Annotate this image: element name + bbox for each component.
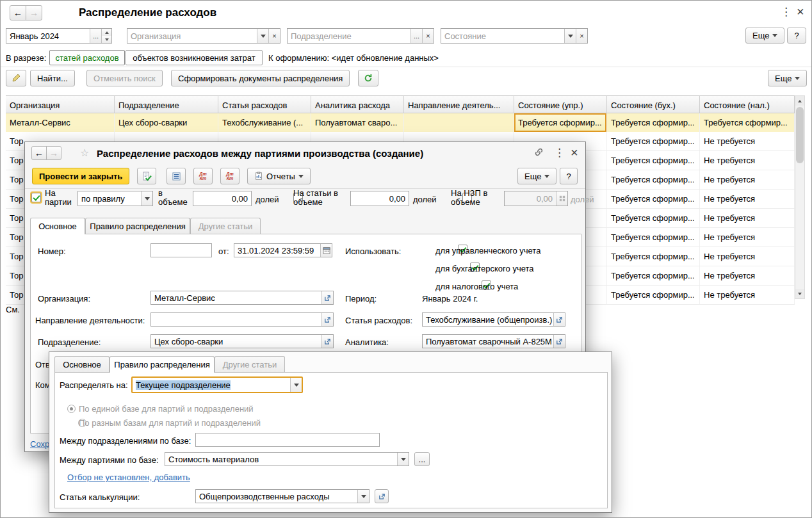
organization-open-button[interactable] [321,291,333,304]
table-cell[interactable]: Требуется сформир... [607,209,700,227]
article-field[interactable]: Техобслуживание (общепроизв.) [422,312,565,327]
dialog-more-button[interactable]: Еще [517,168,556,184]
period-spinner-down[interactable] [102,36,111,43]
table-cell[interactable]: Не требуется [700,286,795,304]
dialog-kebab-icon[interactable]: ⋮ [554,147,565,158]
table-scrollbar[interactable] [795,95,805,299]
calc-article-select[interactable]: Общепроизводственные расходы [195,489,369,503]
cell-analytics[interactable]: Полуавтомат сваро... [311,113,404,132]
department-ellipsis-button[interactable]: ... [410,29,422,43]
table-cell[interactable]: Требуется сформир... [607,266,700,285]
table-cell[interactable]: Не требуется [700,209,795,227]
dialog-back-button[interactable]: ← [31,146,47,160]
department-clear-button[interactable]: × [422,29,434,43]
analytics-open-button[interactable] [553,335,565,348]
cell-direction[interactable] [404,113,514,132]
cell-state-nal[interactable]: Требуется сформир... [700,113,795,132]
table-cell[interactable]: Требуется сформир... [607,170,700,189]
table-cell[interactable]: Не требуется [700,151,795,170]
column-header[interactable]: Состояние (бух.) [607,95,700,113]
table-cell[interactable]: Не требуется [700,170,795,189]
column-header[interactable]: Состояние (упр.) [514,95,607,113]
tab-main[interactable]: Основное [30,218,85,234]
panel-tab-other[interactable]: Другие статьи [215,356,285,372]
refresh-button[interactable] [358,70,378,86]
single-base-radio[interactable] [67,405,76,413]
cell-article[interactable]: Техобслуживание (... [218,113,311,132]
find-button[interactable]: Найти... [30,70,75,86]
filter-not-set-link[interactable]: Отбор не установлен, добавить [67,473,190,482]
tab-other[interactable]: Другие статьи [190,218,261,234]
date-input[interactable]: 31.01.2024 23:59:59 [234,243,332,257]
table-cell[interactable]: Не требуется [700,266,795,285]
direction-open-button[interactable] [321,313,333,326]
main-menu-kebab-icon[interactable]: ⋮ [781,6,792,17]
column-header[interactable]: Аналитика расхода [311,95,404,113]
state-dropdown-button[interactable] [564,29,576,43]
cell-organization[interactable]: Металл-Сервис [6,113,115,132]
table-cell[interactable]: Не требуется [700,247,795,266]
toggle-cost-objects[interactable]: объектов возникновения затрат [126,50,263,65]
shares-input-1[interactable]: 0,00 [193,191,252,206]
table-cell[interactable]: Требуется сформир... [607,132,700,150]
cancel-search-button[interactable]: Отменить поиск [86,70,163,86]
panel-tab-main[interactable]: Основное [54,356,110,372]
dialog-close-icon[interactable]: × [571,146,578,159]
state-clear-button[interactable]: × [576,29,587,43]
shares-input-3[interactable]: 0,00 [504,191,568,206]
between-parties-ellipsis-button[interactable]: ... [414,452,430,466]
period-ellipsis-button[interactable]: ... [90,29,101,43]
department-filter[interactable]: Подразделение ... × [287,28,434,44]
number-input[interactable] [150,243,212,257]
tab-rule[interactable]: Правило распределения [85,218,190,234]
table-cell[interactable]: Не требуется [700,190,795,208]
main-close-icon[interactable]: × [797,5,804,18]
edit-button[interactable] [6,70,26,86]
direction-field[interactable] [150,312,334,327]
table-cell[interactable]: Не требуется [700,228,795,247]
state-filter[interactable]: Состояние × [441,28,588,44]
dialog-forward-button[interactable]: → [46,146,61,160]
analytics-field[interactable]: Полуавтомат сварочный А-825М [422,334,565,348]
cell-department[interactable]: Цех сборо-сварки [115,113,218,132]
cell-state-upr[interactable]: Требуется сформир... [514,113,607,132]
post-document-button[interactable] [137,168,156,184]
toggle-expense-articles[interactable]: статей расходов [49,50,125,65]
period-spinner-up[interactable] [102,29,111,36]
scrollbar-thumb[interactable] [796,107,804,163]
column-header[interactable]: Подразделение [115,95,218,113]
article-open-button[interactable] [553,313,565,326]
organization-field[interactable]: Металл-Сервис [150,291,334,305]
panel-tab-rule[interactable]: Правило распределения [110,356,215,373]
period-filter[interactable]: Январь 2024 ... [6,28,112,44]
department-open-button[interactable] [321,335,333,348]
dialog-help-button[interactable]: ? [560,168,578,184]
forward-button[interactable]: → [26,5,42,20]
dt-kt-nu-button[interactable]: ДтКт [220,168,240,184]
column-header[interactable]: Направление деятель... [404,95,514,113]
shares-input-2[interactable]: 0,00 [350,191,409,206]
table-cell[interactable]: Не требуется [700,132,795,150]
cell-state-buh[interactable]: Требуется сформир... [607,113,700,132]
choose-value-button[interactable] [556,191,567,206]
column-header[interactable]: Организация [6,95,115,113]
main-help-button[interactable]: ? [787,28,806,44]
column-header[interactable]: Статья расходов [218,95,311,113]
table-cell[interactable]: Требуется сформир... [607,190,700,208]
calendar-button[interactable] [320,244,332,257]
post-and-close-button[interactable]: Провести и закрыть [32,168,129,184]
organization-clear-button[interactable]: × [268,29,280,43]
reports-button[interactable]: Отчеты [247,168,311,184]
distribute-dropdown-button[interactable] [290,378,302,392]
organization-filter[interactable]: Организация × [127,28,280,44]
calc-article-open-button[interactable] [375,489,389,503]
table-cell[interactable]: Требуется сформир... [607,247,700,266]
department-field[interactable]: Цех сборо-сварки [150,334,334,348]
between-departments-input[interactable] [195,433,380,447]
table-cell[interactable]: Требуется сформир... [607,286,700,304]
document-register-button[interactable] [166,168,186,184]
scroll-down-button[interactable] [795,289,804,298]
table-more-button[interactable]: Еще [768,70,807,86]
favorite-star-icon[interactable]: ☆ [80,147,89,159]
between-parties-dropdown-button[interactable] [397,453,409,465]
